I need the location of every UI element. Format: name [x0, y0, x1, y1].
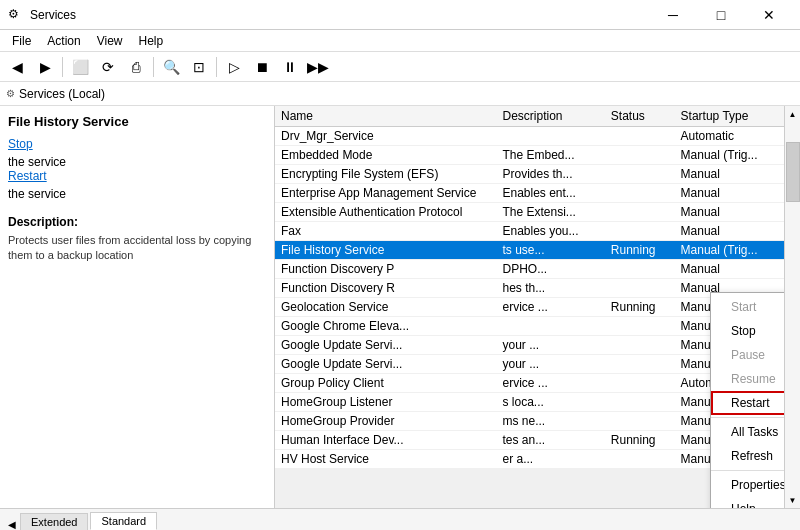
services-table: Name Description Status Startup Type Drv…	[275, 106, 784, 469]
toolbar-help-btn[interactable]: ⊡	[186, 55, 212, 79]
toolbar-show-hide[interactable]: ⬜	[67, 55, 93, 79]
table-row[interactable]: Enterprise App Management Service Enable…	[275, 184, 784, 203]
col-desc[interactable]: Description	[496, 106, 604, 127]
table-row[interactable]: Fax Enables you... Manual	[275, 222, 784, 241]
table-row[interactable]: Embedded Mode The Embed... Manual (Trig.…	[275, 146, 784, 165]
cell-name: Function Discovery R	[275, 279, 496, 298]
stop-service-link[interactable]: Stop	[8, 137, 266, 151]
toolbar-start[interactable]: ▷	[221, 55, 247, 79]
scroll-left-tab[interactable]: ◀	[4, 519, 20, 530]
toolbar-back[interactable]: ◀	[4, 55, 30, 79]
context-menu-item-restart[interactable]: Restart	[711, 391, 784, 415]
context-menu-item-stop[interactable]: Stop	[711, 319, 784, 343]
cell-startup: Manual (Trig...	[675, 146, 784, 165]
cell-status	[605, 336, 675, 355]
close-button[interactable]: ✕	[746, 3, 792, 27]
restart-service-link[interactable]: Restart	[8, 169, 266, 183]
table-row[interactable]: Google Chrome Eleva... Manual	[275, 317, 784, 336]
window-controls: ─ □ ✕	[650, 3, 792, 27]
table-row[interactable]: Function Discovery R hes th... Manual	[275, 279, 784, 298]
cell-desc	[496, 317, 604, 336]
context-menu-item-all-tasks[interactable]: All Tasks▶	[711, 420, 784, 444]
col-startup[interactable]: Startup Type	[675, 106, 784, 127]
cell-status	[605, 260, 675, 279]
cell-startup: Manual	[675, 165, 784, 184]
maximize-button[interactable]: □	[698, 3, 744, 27]
cell-desc: ts use...	[496, 241, 604, 260]
toolbar-refresh[interactable]: ⟳	[95, 55, 121, 79]
table-row[interactable]: File History Service ts use... Running M…	[275, 241, 784, 260]
menu-action[interactable]: Action	[39, 32, 88, 50]
table-row[interactable]: Group Policy Client ervice ... Automatic…	[275, 374, 784, 393]
cell-name: Human Interface Dev...	[275, 431, 496, 450]
cell-status	[605, 412, 675, 431]
cell-status	[605, 279, 675, 298]
description-label: Description:	[8, 215, 266, 229]
cell-status	[605, 222, 675, 241]
toolbar-forward[interactable]: ▶	[32, 55, 58, 79]
cell-status: Running	[605, 241, 675, 260]
cell-startup: Manual	[675, 222, 784, 241]
toolbar-export[interactable]: ⎙	[123, 55, 149, 79]
cell-desc: Provides th...	[496, 165, 604, 184]
table-row[interactable]: Google Update Servi... your ... Manual	[275, 336, 784, 355]
panels-row: File History Service Stop the service Re…	[0, 106, 800, 508]
cell-desc: ervice ...	[496, 374, 604, 393]
toolbar-restart-btn[interactable]: ▶▶	[305, 55, 331, 79]
toolbar-stop[interactable]: ⏹	[249, 55, 275, 79]
table-row[interactable]: Human Interface Dev... tes an... Running…	[275, 431, 784, 450]
context-menu-item-help[interactable]: Help	[711, 497, 784, 508]
minimize-button[interactable]: ─	[650, 3, 696, 27]
cell-status: Running	[605, 298, 675, 317]
menu-file[interactable]: File	[4, 32, 39, 50]
stop-suffix: the service	[8, 155, 66, 169]
cell-name: Encrypting File System (EFS)	[275, 165, 496, 184]
scroll-up[interactable]: ▲	[786, 106, 800, 122]
table-row[interactable]: Geolocation Service ervice ... Running M…	[275, 298, 784, 317]
table-row[interactable]: Function Discovery P DPHO... Manual	[275, 260, 784, 279]
toolbar-pause[interactable]: ⏸	[277, 55, 303, 79]
table-row[interactable]: HV Host Service er a... Manual (Trig...	[275, 450, 784, 469]
cell-status	[605, 127, 675, 146]
context-menu-item-refresh[interactable]: Refresh	[711, 444, 784, 468]
table-row[interactable]: Extensible Authentication Protocol The E…	[275, 203, 784, 222]
col-name[interactable]: Name	[275, 106, 496, 127]
context-menu-item-properties[interactable]: Properties	[711, 473, 784, 497]
scroll-thumb[interactable]	[786, 142, 800, 202]
cell-name: HomeGroup Listener	[275, 393, 496, 412]
col-status[interactable]: Status	[605, 106, 675, 127]
cell-desc: The Embed...	[496, 146, 604, 165]
cell-name: Extensible Authentication Protocol	[275, 203, 496, 222]
scroll-down[interactable]: ▼	[786, 492, 800, 508]
cell-name: Enterprise App Management Service	[275, 184, 496, 203]
cell-name: Geolocation Service	[275, 298, 496, 317]
cell-status	[605, 393, 675, 412]
cell-name: Fax	[275, 222, 496, 241]
cell-name: Group Policy Client	[275, 374, 496, 393]
scrollbar-vertical[interactable]: ▲ ▼	[784, 106, 800, 508]
tab-extended[interactable]: Extended	[20, 513, 88, 530]
toolbar-properties[interactable]: 🔍	[158, 55, 184, 79]
cell-status	[605, 146, 675, 165]
menu-view[interactable]: View	[89, 32, 131, 50]
table-row[interactable]: Drv_Mgr_Service Automatic	[275, 127, 784, 146]
table-row[interactable]: HomeGroup Listener s loca... Manual	[275, 393, 784, 412]
cell-desc: Enables ent...	[496, 184, 604, 203]
table-row[interactable]: Google Update Servi... your ... Manual	[275, 355, 784, 374]
table-scroll[interactable]: Name Description Status Startup Type Drv…	[275, 106, 784, 508]
cell-name: Google Update Servi...	[275, 355, 496, 374]
cell-status	[605, 203, 675, 222]
menu-help[interactable]: Help	[131, 32, 172, 50]
cell-name: Function Discovery P	[275, 260, 496, 279]
left-panel: File History Service Stop the service Re…	[0, 106, 275, 508]
cell-startup: Manual	[675, 260, 784, 279]
context-menu-sep	[711, 470, 784, 471]
cell-name: Google Update Servi...	[275, 336, 496, 355]
cell-startup: Manual	[675, 203, 784, 222]
table-row[interactable]: Encrypting File System (EFS) Provides th…	[275, 165, 784, 184]
table-row[interactable]: HomeGroup Provider ms ne... Manual (Trig…	[275, 412, 784, 431]
cell-desc: your ...	[496, 336, 604, 355]
tab-standard[interactable]: Standard	[90, 512, 157, 530]
toolbar: ◀ ▶ ⬜ ⟳ ⎙ 🔍 ⊡ ▷ ⏹ ⏸ ▶▶	[0, 52, 800, 82]
cell-status: Running	[605, 431, 675, 450]
